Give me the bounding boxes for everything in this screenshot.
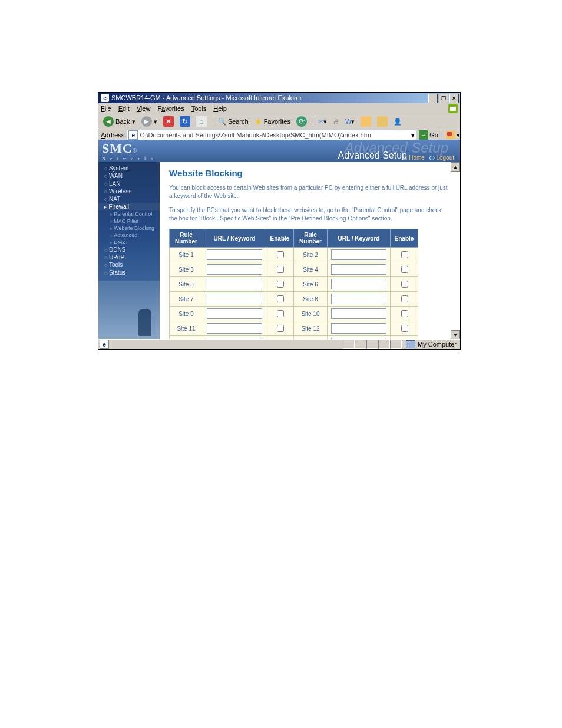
th-rule-left: Rule Number xyxy=(170,229,203,248)
nav-advanced[interactable]: Advanced xyxy=(98,232,160,239)
discuss-button[interactable] xyxy=(358,116,373,127)
menu-bar: File Edit View Favorites Tools Help xyxy=(98,103,460,114)
url-input[interactable] xyxy=(207,323,262,334)
history-button[interactable]: ⟳ xyxy=(294,116,309,127)
header-title: Advanced Setup xyxy=(338,150,407,161)
browser-window: e SMCWBR14-GM - Advanced Settings - Micr… xyxy=(98,92,461,350)
research-button[interactable] xyxy=(375,116,390,127)
back-button[interactable]: ◄ Back ▾ xyxy=(101,116,138,127)
enable-cell-right xyxy=(391,277,418,292)
menu-help[interactable]: Help xyxy=(213,105,227,112)
url-input[interactable] xyxy=(207,264,262,275)
menu-view[interactable]: View xyxy=(137,105,151,112)
address-field[interactable]: e C:\Documents and Settings\Zsolt Mahunk… xyxy=(127,130,416,140)
stop-button[interactable]: ✕ xyxy=(161,116,176,127)
enable-checkbox[interactable] xyxy=(277,295,284,302)
status-zone: My Computer xyxy=(402,340,460,348)
nav-lan[interactable]: LAN xyxy=(98,180,160,187)
enable-checkbox[interactable] xyxy=(277,281,284,288)
address-bar: Address e C:\Documents and Settings\Zsol… xyxy=(98,129,460,141)
url-input[interactable] xyxy=(331,323,386,334)
menu-tools[interactable]: Tools xyxy=(191,105,207,112)
menu-edit[interactable]: Edit xyxy=(118,105,130,112)
url-input[interactable] xyxy=(331,279,386,289)
toolbar-separator xyxy=(213,116,213,127)
home-button[interactable]: ⌂ xyxy=(194,116,209,127)
nav-ddns[interactable]: DDNS xyxy=(98,246,160,253)
separator xyxy=(442,130,442,140)
menu-file[interactable]: File xyxy=(101,105,111,112)
scroll-up-button[interactable]: ▲ xyxy=(451,162,460,172)
nav-firewall[interactable]: Firewall xyxy=(98,203,160,210)
url-input[interactable] xyxy=(331,294,386,304)
url-cell-right xyxy=(328,262,391,277)
enable-checkbox[interactable] xyxy=(401,325,408,332)
url-cell-right xyxy=(328,292,391,307)
nav-wireless[interactable]: Wireless xyxy=(98,187,160,195)
search-button[interactable]: 🔍 Search xyxy=(216,116,251,127)
table-row: Site 5Site 6 xyxy=(170,277,418,292)
enable-checkbox[interactable] xyxy=(401,281,408,288)
enable-checkbox[interactable] xyxy=(401,266,408,273)
address-label: Address xyxy=(101,131,124,139)
th-enable-left: Enable xyxy=(266,229,294,248)
title-bar: e SMCWBR14-GM - Advanced Settings - Micr… xyxy=(98,93,460,103)
page-desc-2: To specify the PCs that you want to bloc… xyxy=(169,206,451,223)
favorites-button[interactable]: ★ Favorites xyxy=(252,116,293,127)
messenger-button[interactable]: 👤 xyxy=(391,116,404,127)
url-input[interactable] xyxy=(331,249,386,260)
maximize-button[interactable]: ❐ xyxy=(439,94,448,103)
rule-label-right: Site 2 xyxy=(294,248,328,262)
logout-link[interactable]: Logout xyxy=(436,154,454,161)
enable-checkbox[interactable] xyxy=(401,251,408,258)
edit-button[interactable]: W▾ xyxy=(343,116,357,127)
enable-cell-right xyxy=(391,321,418,336)
close-button[interactable]: ✕ xyxy=(449,94,459,103)
nav-mac-filter[interactable]: MAC Filter xyxy=(98,218,160,225)
url-input[interactable] xyxy=(331,264,386,275)
enable-cell-left xyxy=(266,277,294,292)
enable-checkbox[interactable] xyxy=(401,295,408,302)
links-chevron[interactable]: ▾ xyxy=(457,131,460,139)
url-cell-left xyxy=(203,277,266,292)
mail-button[interactable]: ✉▾ xyxy=(316,116,329,127)
url-input[interactable] xyxy=(207,308,262,319)
window-title: SMCWBR14-GM - Advanced Settings - Micros… xyxy=(111,94,302,101)
url-input[interactable] xyxy=(331,308,386,319)
nav-parental-control[interactable]: Parental Control xyxy=(98,210,160,218)
enable-cell-right xyxy=(391,292,418,307)
scroll-down-button[interactable]: ▼ xyxy=(451,330,460,340)
refresh-button[interactable]: ↻ xyxy=(177,116,193,127)
nav-tools[interactable]: Tools xyxy=(98,261,160,269)
url-input[interactable] xyxy=(207,294,262,304)
menu-favorites[interactable]: Favorites xyxy=(157,105,184,112)
links-button[interactable] xyxy=(446,131,455,139)
nav-nat[interactable]: NAT xyxy=(98,195,160,203)
print-button[interactable]: 🖨 xyxy=(330,116,342,127)
nav-upnp[interactable]: UPnP xyxy=(98,253,160,261)
enable-checkbox[interactable] xyxy=(277,251,284,258)
enable-cell-left xyxy=(266,292,294,307)
url-cell-right xyxy=(328,248,391,262)
enable-checkbox[interactable] xyxy=(277,310,284,317)
enable-checkbox[interactable] xyxy=(277,266,284,273)
nav-dmz[interactable]: DMZ xyxy=(98,239,160,246)
th-url-right: URL / Keyword xyxy=(328,229,391,248)
home-link[interactable]: Home xyxy=(409,154,425,161)
header-links: ⌂Home ⏻Logout xyxy=(404,154,454,161)
nav-website-blocking[interactable]: Website Blocking xyxy=(98,225,160,232)
rule-label-right: Site 8 xyxy=(294,292,328,307)
url-input[interactable] xyxy=(207,249,262,260)
url-cell-left xyxy=(203,321,266,336)
enable-cell-left xyxy=(266,262,294,277)
go-button[interactable]: → xyxy=(419,130,428,140)
enable-checkbox[interactable] xyxy=(401,310,408,317)
nav-wan[interactable]: WAN xyxy=(98,172,160,180)
url-cell-left xyxy=(203,292,266,307)
nav-system[interactable]: System xyxy=(98,164,160,172)
minimize-button[interactable]: _ xyxy=(428,94,438,103)
forward-button[interactable]: ► ▾ xyxy=(139,116,160,127)
nav-status[interactable]: Status xyxy=(98,269,160,276)
url-input[interactable] xyxy=(207,279,262,289)
enable-checkbox[interactable] xyxy=(277,325,284,332)
